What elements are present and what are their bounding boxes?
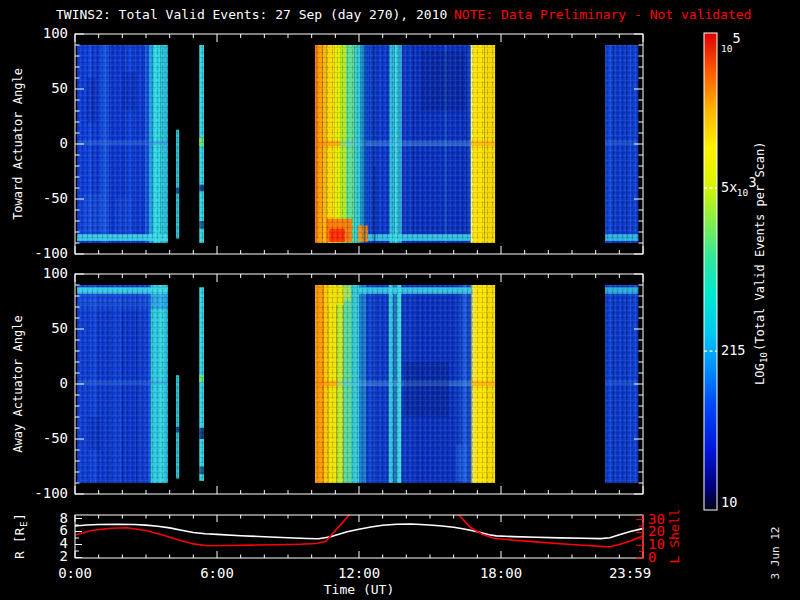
x-tick-label: 0:00 [58,565,92,581]
chart-layer: 100500-50-100100500-50-100864230201000:0… [34,25,756,581]
r-axis-label: R [R [12,528,27,559]
y-tick-label: 0 [60,135,68,151]
date-stamp: 3 Jun 12 [769,527,782,580]
series-r [75,524,643,539]
y-tick-label: 0 [60,375,68,391]
colorbar-tick-label: 10 [721,494,737,510]
toward-axis-label-group: Toward Actuator Angle [11,68,25,220]
spectro-texture [199,45,204,243]
colorbar-tick-label: 215 [721,342,745,358]
spectro-texture [605,285,638,483]
colorbar-label-suffix: (Total Valid Events per Scan) [753,141,767,351]
colorbar-label-prefix: LOG [753,363,767,385]
away-axis-label: Away Actuator Angle [11,315,25,452]
r-tick-label: 2 [60,548,68,564]
plot-note: NOTE: Data Preliminary - Not validated [454,7,751,22]
colorbar-tick-label-base: 10 [737,187,749,198]
colorbar-tick-label-base: 10 [721,43,733,54]
spectro-texture [315,285,495,483]
x-tick-label: 18:00 [480,565,522,581]
spectro-texture [77,45,168,243]
spectro-texture [315,45,495,243]
colorbar-tick-label: 5x [721,179,737,195]
y-tick-label: 100 [43,25,68,41]
y-tick-label: -100 [34,485,68,501]
x-tick-label: 23:59 [609,565,651,581]
spectro-texture [199,287,204,481]
y-tick-label: -50 [43,190,68,206]
x-tick-label: 6:00 [200,565,234,581]
plot-title: TWINS2: Total Valid Events: 27 Sep (day … [56,7,447,22]
plot-screen: 100500-50-100100500-50-100864230201000:0… [0,0,800,600]
y-tick-label: -100 [34,245,68,261]
lshell-axis-label: L Shell [667,509,682,564]
l-tick-label: 0 [648,549,656,565]
y-tick-label: 100 [43,265,68,281]
spectro-texture [605,45,638,243]
x-axis-label: Time (UT) [324,582,394,597]
colorbar-label-group: LOG 10 (Total Valid Events per Scan) [753,141,769,385]
toward-axis-label: Toward Actuator Angle [11,68,25,220]
twins-plot-svg: 100500-50-100100500-50-100864230201000:0… [0,0,800,600]
y-tick-label: 50 [51,320,68,336]
r-axis-label-post: ] [12,513,27,521]
spectro-texture [77,285,168,483]
lshell-axis-label-group: L Shell [667,509,682,564]
x-tick-label: 12:00 [338,565,380,581]
away-axis-label-group: Away Actuator Angle [11,315,25,452]
colorbar [704,33,717,510]
y-tick-label: -50 [43,430,68,446]
r-axis-label-group: R [R E ] [12,513,29,559]
y-tick-label: 50 [51,80,68,96]
date-stamp-group: 3 Jun 12 [769,527,782,580]
spectro-texture [176,375,179,478]
colorbar-tick-label-exp: 5 [733,30,741,46]
spectro-texture [176,130,179,239]
colorbar-label-sub: 10 [759,352,769,363]
